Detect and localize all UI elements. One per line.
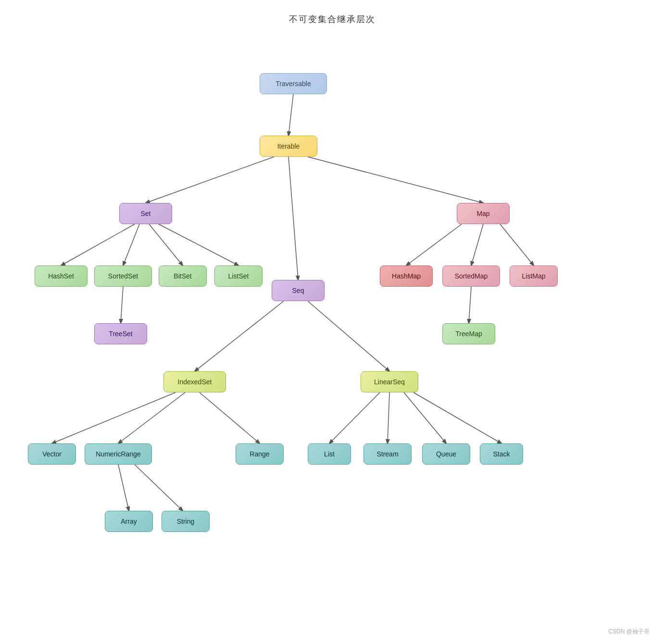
node-set: Set: [119, 203, 172, 224]
node-sortedmap: SortedMap: [442, 265, 500, 287]
svg-line-4: [61, 224, 135, 265]
node-queue: Queue: [422, 443, 470, 465]
node-traversable: Traversable: [260, 73, 327, 94]
svg-line-5: [123, 224, 139, 265]
svg-line-9: [406, 224, 462, 265]
node-hashmap: HashMap: [380, 265, 433, 287]
node-listset: ListSet: [214, 265, 263, 287]
svg-line-7: [159, 224, 238, 265]
node-stream: Stream: [363, 443, 412, 465]
svg-line-2: [288, 157, 298, 280]
node-map: Map: [457, 203, 510, 224]
svg-line-14: [308, 301, 389, 371]
node-hashset: HashSet: [35, 265, 88, 287]
svg-line-18: [118, 465, 129, 511]
node-array: Array: [105, 511, 153, 532]
node-range: Range: [236, 443, 284, 465]
node-indexedseq: IndexedSet: [163, 371, 226, 392]
svg-line-15: [52, 392, 175, 443]
node-list: List: [308, 443, 351, 465]
svg-line-23: [413, 392, 501, 443]
watermark: CSDN @袖子哥: [608, 628, 650, 636]
node-numericrange: NumericRange: [85, 443, 152, 465]
svg-line-21: [388, 392, 389, 443]
page-title: 不可变集合继承层次: [0, 0, 664, 25]
node-string: String: [162, 511, 210, 532]
node-sortedset: SortedSet: [94, 265, 152, 287]
svg-line-8: [121, 287, 123, 323]
node-seq: Seq: [272, 280, 325, 301]
node-iterable: Iterable: [260, 136, 317, 157]
svg-line-20: [329, 392, 380, 443]
node-treemap: TreeMap: [442, 323, 495, 344]
svg-line-0: [288, 94, 293, 136]
svg-line-16: [118, 392, 185, 443]
node-bitset: BitSet: [159, 265, 207, 287]
svg-line-10: [471, 224, 483, 265]
node-listmap: ListMap: [510, 265, 558, 287]
svg-line-17: [200, 392, 260, 443]
svg-line-13: [195, 301, 284, 371]
svg-line-22: [404, 392, 446, 443]
node-vector: Vector: [28, 443, 76, 465]
svg-line-12: [469, 287, 471, 323]
svg-line-6: [149, 224, 183, 265]
node-stack: Stack: [480, 443, 523, 465]
node-treeset: TreeSet: [94, 323, 147, 344]
node-linearseq: LinearSeq: [361, 371, 418, 392]
svg-line-3: [308, 157, 483, 203]
svg-line-19: [135, 465, 183, 511]
svg-line-11: [500, 224, 534, 265]
svg-line-1: [146, 157, 274, 203]
diagram: Traversable Iterable Set Map Seq HashSet…: [0, 25, 664, 644]
